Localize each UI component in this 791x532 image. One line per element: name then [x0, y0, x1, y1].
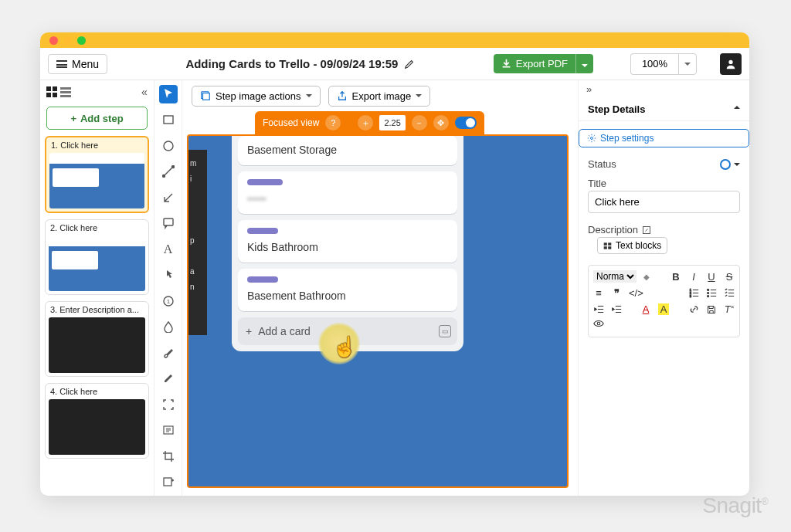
move-icon[interactable]: ✥: [433, 115, 449, 130]
clear-format-icon[interactable]: T×: [724, 303, 735, 315]
zoom-window-icon[interactable]: [77, 36, 86, 45]
step-card[interactable]: 2. Click here: [45, 219, 149, 295]
document-title: Adding Cards to Trello - 09/09/24 19:59: [114, 57, 487, 70]
trello-card[interactable]: Basement Bathroom: [238, 269, 457, 311]
chevron-up-icon[interactable]: [734, 103, 740, 115]
title-input[interactable]: [588, 191, 740, 213]
step-canvas[interactable]: mipan Basement Storage ▪▪▪▪▪ Kids Bathro…: [187, 134, 569, 488]
highlight-tool-icon[interactable]: [159, 370, 178, 388]
blur-tool-icon[interactable]: [159, 318, 178, 337]
tools-toolbar: A 1: [154, 80, 182, 496]
chevron-down-icon: [416, 94, 422, 97]
crop-tool-icon[interactable]: [159, 447, 178, 466]
plus-icon: +: [246, 325, 252, 337]
zoom-value[interactable]: 100%: [630, 53, 678, 75]
zoom-in-icon[interactable]: ＋: [358, 115, 373, 130]
rich-text-editor[interactable]: Normal ◆ B I U S ≡ ❞ </> 123: [588, 265, 740, 337]
focus-tool-icon[interactable]: [159, 395, 178, 414]
stamp-tool-icon[interactable]: [159, 422, 178, 440]
click-highlight-icon: ☝️: [318, 323, 360, 364]
trello-list: Basement Storage ▪▪▪▪▪ Kids Bathroom Bas…: [232, 136, 463, 351]
edit-title-icon[interactable]: [404, 59, 415, 69]
focus-zoom-value[interactable]: 2.25: [379, 115, 405, 130]
text-tool-icon[interactable]: A: [159, 240, 178, 259]
ordered-list-icon[interactable]: 123: [688, 288, 699, 298]
indent-icon[interactable]: [611, 304, 622, 314]
focus-toggle[interactable]: [455, 117, 477, 129]
arrow-tool-icon[interactable]: [159, 188, 178, 207]
collapse-right-icon[interactable]: »: [579, 80, 749, 98]
bold-icon[interactable]: B: [670, 271, 681, 283]
add-step-button[interactable]: + Add step: [46, 107, 148, 130]
plus-icon: +: [70, 113, 76, 124]
rectangle-tool-icon[interactable]: [159, 111, 178, 130]
link-icon[interactable]: [688, 304, 699, 314]
svg-rect-10: [203, 93, 210, 100]
svg-point-22: [707, 296, 708, 297]
text-color-icon[interactable]: A: [640, 303, 651, 315]
pointer-tool-icon[interactable]: [159, 85, 178, 103]
trello-card[interactable]: ▪▪▪▪▪: [238, 171, 457, 214]
circle-tool-icon[interactable]: [159, 137, 178, 155]
number-tool-icon[interactable]: 1: [159, 292, 178, 310]
add-image-tool-icon[interactable]: [159, 473, 178, 492]
step-card[interactable]: 1. Click here: [45, 136, 149, 213]
minimize-window-icon[interactable]: [63, 36, 72, 45]
italic-icon[interactable]: I: [688, 271, 699, 283]
help-icon[interactable]: ?: [325, 115, 341, 130]
quote-icon[interactable]: ❞: [611, 287, 622, 299]
text-blocks-icon: [603, 242, 612, 250]
trello-card[interactable]: Basement Storage: [238, 136, 457, 165]
zoom-dropdown[interactable]: [678, 53, 697, 75]
edit-description-icon[interactable]: [642, 225, 651, 235]
line-tool-icon[interactable]: [159, 163, 178, 181]
underline-icon[interactable]: U: [706, 271, 717, 283]
step-image-actions-button[interactable]: Step image actions: [192, 86, 321, 107]
export-pdf-button[interactable]: Export PDF: [494, 54, 593, 73]
watermark: Snagit®: [702, 493, 768, 518]
close-window-icon[interactable]: [49, 36, 58, 45]
trello-card[interactable]: Kids Bathroom: [238, 220, 457, 263]
step-card[interactable]: 3. Enter Description a...: [45, 301, 149, 377]
step-settings-button[interactable]: Step settings: [579, 129, 749, 147]
svg-rect-9: [164, 478, 171, 486]
highlight-color-icon[interactable]: A: [658, 303, 669, 315]
save-icon[interactable]: [706, 305, 717, 314]
strike-icon[interactable]: S: [724, 271, 735, 283]
card-tag-icon: [247, 228, 278, 234]
zoom-out-icon[interactable]: －: [412, 115, 427, 130]
card-title: Kids Bathroom: [247, 241, 448, 253]
code-icon[interactable]: </>: [629, 287, 643, 299]
svg-rect-16: [608, 246, 611, 249]
callout-tool-icon[interactable]: [159, 215, 178, 233]
brush-tool-icon[interactable]: [159, 344, 178, 362]
align-left-icon[interactable]: ≡: [593, 287, 604, 299]
export-dropdown-icon[interactable]: [575, 54, 593, 73]
steps-list: 1. Click here 2. Click here 3. Enter Des…: [40, 136, 154, 496]
status-circle-icon: [720, 159, 731, 170]
step-thumbnail: [49, 153, 144, 208]
card-tag-icon: [247, 276, 278, 283]
step-card[interactable]: 4. Click here: [45, 383, 149, 459]
menu-button[interactable]: Menu: [48, 54, 107, 74]
text-blocks-button[interactable]: Text blocks: [597, 237, 667, 254]
list-view-icon[interactable]: [60, 87, 71, 97]
step-label: 2. Click here: [46, 220, 148, 236]
account-avatar[interactable]: [720, 53, 742, 75]
gear-icon: [587, 134, 596, 143]
svg-text:1: 1: [166, 298, 170, 305]
step-label: 4. Click here: [46, 384, 148, 399]
checklist-icon[interactable]: [724, 288, 735, 298]
template-icon[interactable]: ▭: [439, 325, 451, 337]
eye-icon[interactable]: [593, 320, 604, 327]
format-select[interactable]: Normal: [593, 270, 637, 283]
export-image-button[interactable]: Export image: [328, 86, 431, 107]
mac-titlebar: [40, 32, 749, 48]
collapse-sidebar-icon[interactable]: »: [141, 86, 148, 98]
click-tool-icon[interactable]: [159, 266, 178, 285]
status-dropdown[interactable]: [720, 159, 740, 170]
bullet-list-icon[interactable]: [706, 288, 717, 298]
outdent-icon[interactable]: [593, 304, 604, 314]
title-label: Title: [579, 173, 749, 191]
grid-view-icon[interactable]: [46, 86, 57, 97]
